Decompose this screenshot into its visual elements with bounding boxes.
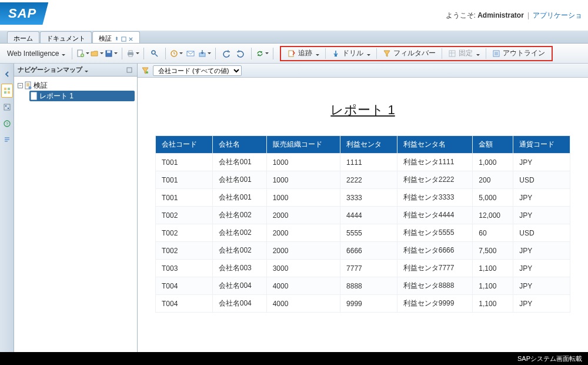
close-icon[interactable] <box>128 36 133 41</box>
export-button[interactable] <box>198 47 211 60</box>
chevron-down-icon <box>315 49 319 58</box>
refresh-button[interactable] <box>256 47 269 60</box>
save-button[interactable] <box>105 47 118 60</box>
outline-icon <box>492 49 500 58</box>
table-row[interactable]: T004会社名00440009999利益センタ99991,100JPY <box>156 295 570 313</box>
outline-button[interactable]: アウトライン <box>488 47 549 60</box>
table-cell: JPY <box>513 189 570 207</box>
table-cell: 利益センタ9999 <box>397 295 473 313</box>
table-cell: 8888 <box>340 277 397 295</box>
tab-home[interactable]: ホーム <box>7 31 39 43</box>
svg-rect-14 <box>449 51 455 57</box>
table-header-cell: 利益センタ <box>340 136 397 154</box>
sap-logo: SAP <box>0 2 48 28</box>
content-area: ? ナビゲーションマップ − 検証 レポート 1 会社コード <box>0 64 588 352</box>
tab-strip: ホーム ドキュメント 検証 <box>0 31 588 44</box>
toolbar-separator <box>251 48 252 59</box>
tree-collapse-toggle[interactable]: − <box>18 83 23 88</box>
pin-icon[interactable] <box>114 36 119 41</box>
svg-rect-18 <box>4 91 6 94</box>
table-cell: 利益センタ5555 <box>397 224 473 242</box>
table-cell: 1,100 <box>473 295 513 313</box>
folder-open-icon <box>91 49 99 58</box>
nav-map-rail-button[interactable] <box>1 84 13 98</box>
table-header-cell: 通貨コード <box>513 136 570 154</box>
collapse-left-icon <box>3 70 11 78</box>
drill-button[interactable]: ドリル <box>328 47 375 60</box>
popup-icon[interactable] <box>121 36 126 41</box>
help-icon: ? <box>3 120 11 128</box>
tab-documents[interactable]: ドキュメント <box>40 31 92 43</box>
table-cell: 会社名002 <box>212 207 266 224</box>
tree-report-row[interactable]: レポート 1 <box>29 91 135 101</box>
table-cell: JPY <box>513 260 570 277</box>
table-cell: 3000 <box>266 260 340 277</box>
table-row[interactable]: T004会社名00440008888利益センタ88881,100JPY <box>156 277 570 295</box>
table-cell: T001 <box>156 154 213 171</box>
nav-panel-action-icon[interactable] <box>125 66 133 74</box>
table-cell: 会社名004 <box>212 277 266 295</box>
web-intelligence-menu[interactable]: Web Intelligence <box>5 49 68 58</box>
new-document-button[interactable] <box>76 47 89 60</box>
redo-button[interactable] <box>234 47 247 60</box>
table-cell: JPY <box>513 207 570 224</box>
table-row[interactable]: T003会社名00330007777利益センタ77771,100JPY <box>156 260 570 277</box>
table-cell: 利益センタ4444 <box>397 207 473 224</box>
print-button[interactable] <box>126 47 139 60</box>
footer-strip: SAPシステム画面転載 <box>0 352 588 365</box>
undo-button[interactable] <box>220 47 233 60</box>
freeze-button[interactable]: 固定 <box>444 47 484 60</box>
table-cell: T002 <box>156 242 213 260</box>
table-row[interactable]: T001会社名00110002222利益センタ2222200USD <box>156 171 570 189</box>
report-filter-bar: 会社コード (すべての値) <box>138 64 588 78</box>
svg-rect-17 <box>8 88 10 90</box>
svg-rect-25 <box>127 68 132 72</box>
table-cell: 1000 <box>266 171 340 189</box>
table-cell: T002 <box>156 207 213 224</box>
table-row[interactable]: T002会社名00220006666利益センタ66667,500JPY <box>156 242 570 260</box>
mail-icon <box>186 49 195 58</box>
table-cell: 4000 <box>266 295 340 313</box>
input-controls-rail-button[interactable] <box>1 100 13 114</box>
table-cell: 200 <box>473 171 513 189</box>
open-button[interactable] <box>91 47 103 60</box>
help-rail-button[interactable]: ? <box>1 117 13 131</box>
mail-button[interactable] <box>184 47 197 60</box>
nav-map-icon <box>3 87 11 95</box>
table-row[interactable]: T001会社名00110003333利益センタ33335,000JPY <box>156 189 570 207</box>
company-code-filter-select[interactable]: 会社コード (すべての値) <box>153 65 242 76</box>
table-cell: 会社名001 <box>212 189 266 207</box>
track-label: 追跡 <box>298 48 312 58</box>
history-button[interactable] <box>170 47 183 60</box>
table-cell: 利益センタ2222 <box>397 171 473 189</box>
table-cell: USD <box>513 224 570 242</box>
filter-bar-button[interactable]: フィルタバー <box>379 47 440 60</box>
structure-rail-button[interactable] <box>1 133 13 147</box>
table-row[interactable]: T001会社名00110001111利益センタ11111,000JPY <box>156 154 570 171</box>
collapse-panel-button[interactable] <box>1 67 13 81</box>
table-cell: T003 <box>156 260 213 277</box>
document-icon <box>25 81 32 89</box>
table-row[interactable]: T002会社名00220004444利益センタ444412,000JPY <box>156 207 570 224</box>
toolbar-separator <box>143 48 144 59</box>
table-cell: T004 <box>156 295 213 313</box>
find-button[interactable] <box>148 47 161 60</box>
table-cell: 利益センタ3333 <box>397 189 473 207</box>
prompt-icon[interactable] <box>141 67 149 75</box>
tab-active-document[interactable]: 検証 <box>92 31 140 43</box>
left-icon-rail: ? <box>0 64 14 352</box>
table-cell: 2222 <box>340 171 397 189</box>
tree-root-row[interactable]: − 検証 <box>16 80 135 91</box>
application-link[interactable]: アプリケーショ <box>533 11 582 19</box>
table-row[interactable]: T002会社名00220005555利益センタ555560USD <box>156 224 570 242</box>
report-page-icon <box>31 92 38 100</box>
track-changes-button[interactable]: 追跡 <box>283 47 323 60</box>
table-cell: 1,100 <box>473 260 513 277</box>
table-cell: 1,000 <box>473 154 513 171</box>
export-icon <box>198 49 206 58</box>
report-canvas[interactable]: レポート 1 会社コード会社名販売組織コード利益センタ利益センタ名金額通貨コード… <box>138 78 588 352</box>
chevron-down-icon[interactable] <box>85 67 88 74</box>
chevron-down-icon <box>475 49 480 58</box>
table-cell: 9999 <box>340 295 397 313</box>
footer-caption: SAPシステム画面転載 <box>517 354 582 363</box>
